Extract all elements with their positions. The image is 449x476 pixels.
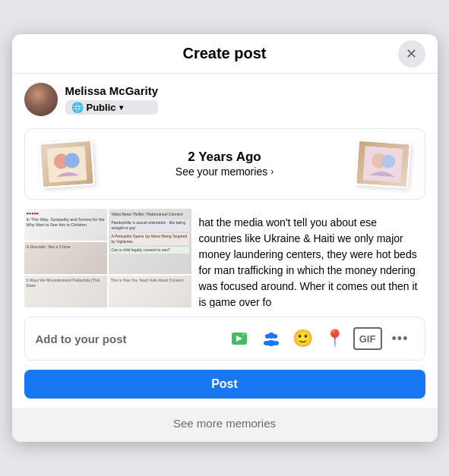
- memories-card[interactable]: 2 Years Ago See your memories ›: [24, 128, 425, 200]
- thumbnail-1: ●●●●● In This Way: Sympathy and Sorrow f…: [24, 209, 107, 241]
- user-info: Melissa McGarity 🌐 Public ▾: [65, 84, 159, 115]
- user-row: Melissa McGarity 🌐 Public ▾: [12, 74, 438, 125]
- svg-point-11: [265, 334, 270, 339]
- globe-icon: 🌐: [71, 102, 84, 113]
- close-button[interactable]: ✕: [398, 40, 425, 68]
- svg-point-15: [273, 341, 279, 345]
- tag-people-button[interactable]: [258, 325, 285, 352]
- user-name: Melissa McGarity: [65, 84, 159, 97]
- memories-year: 2 Years Ago: [103, 150, 347, 165]
- post-button[interactable]: Post: [24, 370, 425, 399]
- create-post-modal: Create post ✕ Melissa McGarity 🌐 Public …: [12, 34, 438, 442]
- more-options-button[interactable]: •••: [387, 325, 414, 352]
- gif-button[interactable]: GIF: [353, 327, 382, 350]
- thumbnail-3: 5 Ways We Misunderstand Pedophilia [That…: [24, 276, 107, 307]
- see-memories-link[interactable]: See your memories ›: [175, 165, 274, 178]
- post-button-row: Post: [12, 361, 438, 408]
- photo-video-button[interactable]: [226, 325, 253, 352]
- see-more-memories[interactable]: See more memories: [12, 408, 438, 442]
- svg-point-14: [264, 341, 270, 345]
- post-content-text: hat the media won't tell you about ese c…: [199, 216, 418, 307]
- memories-photo-left: [38, 140, 94, 189]
- location-icon: 📍: [324, 329, 345, 348]
- gif-label: GIF: [359, 333, 376, 345]
- thumbnail-2: A Disorder: Not a Crime: [24, 242, 107, 274]
- svg-point-12: [273, 334, 277, 339]
- privacy-label: Public: [87, 102, 116, 113]
- add-to-post-label: Add to your post: [36, 333, 127, 345]
- memories-photo-right: [354, 140, 410, 189]
- see-memories-label: See your memories: [175, 165, 267, 178]
- post-icons: 🙂 📍 GIF •••: [226, 325, 414, 352]
- close-icon: ✕: [406, 46, 417, 62]
- content-thumbnails: ●●●●● In This Way: Sympathy and Sorrow f…: [24, 209, 191, 307]
- post-text-preview[interactable]: hat the media won't tell you about ese c…: [191, 209, 425, 307]
- thumbnail-4: Video News Thriller: Pedomanuel Connect …: [109, 209, 191, 274]
- chevron-right-icon: ›: [270, 166, 274, 177]
- emoji-icon: 🙂: [292, 329, 313, 348]
- privacy-selector[interactable]: 🌐 Public ▾: [65, 100, 159, 115]
- modal-title: Create post: [182, 45, 266, 62]
- add-to-post-bar: Add to your post: [24, 317, 425, 361]
- avatar: [24, 83, 58, 116]
- emoji-button[interactable]: 🙂: [289, 325, 317, 352]
- location-button[interactable]: 📍: [321, 325, 349, 352]
- thumbnail-5: This Is How You Teach Kids About Consent: [109, 276, 191, 307]
- svg-rect-9: [242, 333, 245, 336]
- memories-text-center: 2 Years Ago See your memories ›: [93, 150, 356, 178]
- content-preview: ●●●●● In This Way: Sympathy and Sorrow f…: [24, 209, 425, 307]
- more-icon: •••: [392, 331, 409, 347]
- chevron-down-icon: ▾: [119, 103, 123, 112]
- modal-header: Create post ✕: [12, 34, 438, 74]
